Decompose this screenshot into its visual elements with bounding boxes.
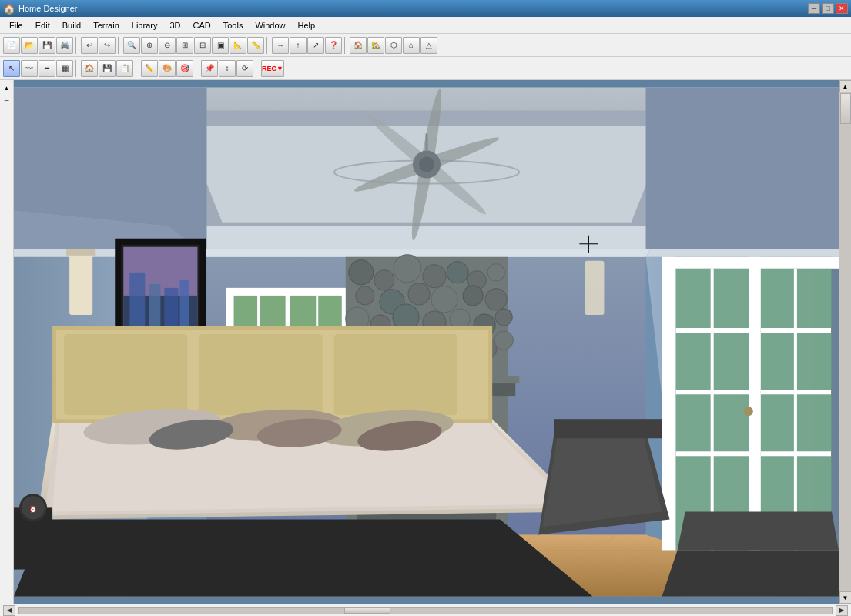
move-button[interactable]: → bbox=[272, 37, 289, 54]
freehand-tool[interactable]: 〰 bbox=[21, 60, 38, 77]
separator4 bbox=[344, 37, 347, 54]
angle-button[interactable]: ↗ bbox=[307, 37, 324, 54]
toolbar2: ↖ 〰 ━ ▦ 🏠 💾 📋 ✏️ 🎨 🎯 📌 ↕ ⟳ REC▼ bbox=[0, 57, 851, 80]
menu-help[interactable]: Help bbox=[292, 19, 322, 32]
zoom-in-button[interactable]: ⊕ bbox=[141, 37, 158, 54]
left-toolbar: ▲ ─ bbox=[0, 80, 14, 604]
copy-tool[interactable]: 📋 bbox=[116, 60, 133, 77]
save-button[interactable]: 💾 bbox=[39, 37, 55, 54]
separator7 bbox=[196, 60, 199, 77]
svg-rect-89 bbox=[749, 257, 761, 551]
menu-window[interactable]: Window bbox=[249, 19, 291, 32]
scroll-up-button[interactable]: ▲ bbox=[839, 80, 852, 92]
open-button[interactable]: 📂 bbox=[21, 37, 38, 54]
statusbar: ◀ ▶ bbox=[0, 604, 851, 616]
toolbar1: 📄 📂 💾 🖨️ ↩ ↪ 🔍 ⊕ ⊖ ⊞ ⊟ ▣ 📐 📏 → ↑ ↗ ❓ 🏠 🏡… bbox=[0, 34, 851, 57]
line-tool[interactable]: ━ bbox=[39, 60, 55, 77]
print-button[interactable]: 🖨️ bbox=[56, 37, 73, 54]
svg-rect-121 bbox=[199, 334, 322, 415]
svg-point-29 bbox=[419, 157, 434, 172]
scroll-left-button[interactable]: ◀ bbox=[3, 605, 15, 616]
plan-view-button[interactable]: 📐 bbox=[230, 37, 246, 54]
separator1 bbox=[75, 37, 79, 54]
undo-button[interactable]: ↩ bbox=[81, 37, 98, 54]
redo-button[interactable]: ↪ bbox=[99, 37, 116, 54]
right-scrollbar[interactable]: ▲ ▼ bbox=[839, 80, 851, 604]
svg-point-47 bbox=[356, 286, 374, 305]
rotate-tool[interactable]: ⟳ bbox=[236, 60, 253, 77]
app-icon: 🏠 bbox=[3, 3, 15, 15]
record-btn[interactable]: REC▼ bbox=[261, 60, 284, 77]
menu-cad[interactable]: CAD bbox=[186, 19, 216, 32]
menu-file[interactable]: File bbox=[3, 19, 29, 32]
svg-rect-107 bbox=[69, 253, 92, 315]
menu-3d[interactable]: 3D bbox=[163, 19, 186, 32]
wall-tool[interactable]: 🏠 bbox=[81, 60, 98, 77]
pin-tool[interactable]: 📌 bbox=[201, 60, 218, 77]
menu-edit[interactable]: Edit bbox=[29, 19, 56, 32]
scroll-right-button[interactable]: ▶ bbox=[836, 605, 848, 616]
zoom-out-button[interactable]: ⊖ bbox=[159, 37, 176, 54]
house-button[interactable]: 🏠 bbox=[350, 37, 367, 54]
dimension-tool[interactable]: ↕ bbox=[219, 60, 236, 77]
svg-point-43 bbox=[423, 265, 446, 288]
menu-build[interactable]: Build bbox=[56, 19, 87, 32]
svg-rect-108 bbox=[66, 249, 95, 256]
hex-button[interactable]: ⬡ bbox=[385, 37, 402, 54]
svg-point-59 bbox=[495, 309, 512, 326]
menu-library[interactable]: Library bbox=[126, 19, 164, 32]
svg-point-52 bbox=[485, 289, 507, 310]
select-all-button[interactable]: ▣ bbox=[212, 37, 229, 54]
pencil-tool[interactable]: ✏️ bbox=[141, 60, 158, 77]
svg-point-51 bbox=[463, 286, 483, 306]
window-fill-button[interactable]: ⊞ bbox=[176, 37, 193, 54]
scroll-track[interactable] bbox=[839, 92, 852, 591]
house2-button[interactable]: 🏡 bbox=[367, 37, 384, 54]
svg-point-55 bbox=[393, 304, 419, 330]
restore-button[interactable]: ⊟ bbox=[194, 37, 211, 54]
separator8 bbox=[256, 60, 259, 77]
paint-tool[interactable]: 🎨 bbox=[159, 60, 176, 77]
svg-marker-23 bbox=[646, 249, 839, 257]
svg-point-49 bbox=[408, 283, 430, 305]
new-button[interactable]: 📄 bbox=[3, 37, 20, 54]
svg-point-44 bbox=[447, 262, 468, 283]
scroll-thumb[interactable] bbox=[840, 93, 851, 124]
svg-marker-137 bbox=[678, 511, 839, 550]
up-button[interactable]: ↑ bbox=[290, 37, 307, 54]
svg-point-50 bbox=[431, 286, 457, 313]
svg-text:⏰: ⏰ bbox=[29, 505, 37, 513]
separator2 bbox=[118, 37, 121, 54]
svg-point-40 bbox=[349, 260, 374, 285]
select-tool[interactable]: ↖ bbox=[3, 60, 20, 77]
grid-tool[interactable]: ▦ bbox=[56, 60, 73, 77]
svg-point-46 bbox=[487, 264, 504, 281]
svg-marker-136 bbox=[662, 551, 839, 597]
texture-tool[interactable]: 🎯 bbox=[176, 60, 193, 77]
horizontal-scroll[interactable] bbox=[15, 607, 836, 614]
left-arrow[interactable]: ▲ bbox=[2, 82, 12, 93]
elevation-button[interactable]: 📏 bbox=[247, 37, 264, 54]
svg-rect-120 bbox=[64, 334, 187, 415]
viewport[interactable]: ⏰ bbox=[14, 80, 839, 604]
roof-button[interactable]: △ bbox=[420, 37, 437, 54]
svg-marker-134 bbox=[542, 434, 662, 527]
close-button[interactable]: ✕ bbox=[836, 3, 848, 14]
menubar: File Edit Build Terrain Library 3D CAD T… bbox=[0, 17, 851, 34]
h-scroll-track[interactable] bbox=[18, 607, 833, 614]
zoom-fit-button[interactable]: 🔍 bbox=[123, 37, 140, 54]
help-button[interactable]: ❓ bbox=[325, 37, 342, 54]
minimize-button[interactable]: ─ bbox=[808, 3, 820, 14]
home-btn[interactable]: ⌂ bbox=[403, 37, 420, 54]
h-scroll-thumb[interactable] bbox=[344, 608, 390, 614]
floor-tool[interactable]: 💾 bbox=[99, 60, 116, 77]
menu-tools[interactable]: Tools bbox=[217, 19, 250, 32]
menu-terrain[interactable]: Terrain bbox=[87, 19, 126, 32]
titlebar-title: Home Designer bbox=[18, 4, 806, 13]
left-btn1[interactable]: ─ bbox=[2, 95, 12, 105]
svg-rect-122 bbox=[334, 334, 457, 415]
svg-rect-135 bbox=[554, 419, 662, 438]
main-area: ▲ ─ bbox=[0, 80, 851, 604]
maximize-button[interactable]: □ bbox=[822, 3, 834, 14]
scroll-down-button[interactable]: ▼ bbox=[839, 591, 852, 604]
